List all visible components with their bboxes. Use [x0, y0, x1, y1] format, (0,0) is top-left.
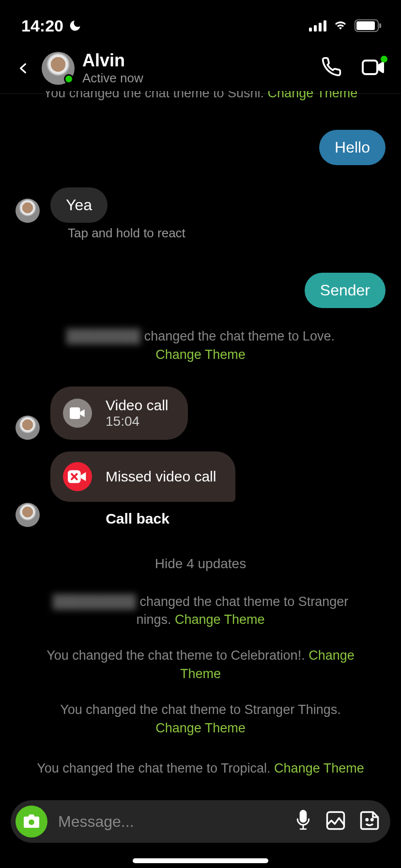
sender-avatar[interactable] — [15, 199, 40, 223]
svg-rect-2 — [319, 23, 322, 31]
hide-updates-button[interactable]: Hide 4 updates — [15, 556, 386, 572]
audio-call-button[interactable] — [321, 57, 342, 80]
camera-button[interactable] — [15, 806, 47, 837]
battery-icon — [355, 19, 382, 32]
back-button[interactable] — [13, 58, 34, 79]
message-bubble[interactable]: Hello — [319, 130, 386, 165]
system-message: You changed the chat theme to Sushi. Cha… — [15, 91, 386, 108]
chat-name: Alvin — [82, 50, 313, 71]
sender-avatar[interactable] — [15, 503, 40, 527]
video-call-card[interactable]: Video call 15:04 — [50, 387, 188, 440]
sent-message-row: Hello — [15, 130, 386, 165]
status-indicators — [309, 19, 382, 32]
call-duration: 15:04 — [106, 414, 169, 429]
svg-rect-11 — [300, 810, 306, 822]
call-back-row: Call back — [15, 498, 386, 527]
online-dot-icon — [64, 74, 74, 84]
image-icon — [325, 810, 346, 831]
reaction-hint: Tap and hold to react — [68, 226, 386, 241]
change-theme-link[interactable]: Change Theme — [274, 761, 364, 775]
system-message: ████████ changed the chat theme to Love.… — [15, 327, 386, 364]
system-message: █████████ changed the chat theme to Stra… — [15, 593, 386, 630]
sticker-button[interactable] — [359, 810, 380, 833]
message-composer — [11, 800, 390, 843]
missed-call-icon — [63, 462, 92, 491]
change-theme-link[interactable]: Change Theme — [155, 347, 246, 362]
call-row: Video call 15:04 — [15, 387, 386, 440]
chat-header: Alvin Active now — [0, 43, 401, 94]
system-message: You changed the chat theme to Stranger T… — [15, 701, 386, 738]
change-theme-link[interactable]: Change Theme — [175, 612, 265, 627]
message-bubble[interactable]: Yea — [50, 187, 108, 223]
status-bar: 14:20 — [0, 0, 401, 43]
system-message: You changed the chat theme to Tropical. … — [15, 755, 386, 783]
status-time: 14:20 — [21, 16, 82, 35]
system-text: You changed the chat theme to Tropical. — [37, 761, 274, 775]
svg-rect-1 — [314, 25, 317, 31]
gallery-button[interactable] — [325, 810, 346, 833]
svg-point-14 — [371, 819, 373, 821]
svg-rect-8 — [70, 407, 80, 419]
clock-text: 14:20 — [21, 16, 63, 35]
svg-rect-5 — [356, 21, 375, 30]
call-back-button[interactable]: Call back — [50, 511, 225, 527]
phone-icon — [321, 57, 342, 78]
svg-point-13 — [366, 819, 368, 821]
svg-rect-7 — [363, 61, 377, 74]
home-indicator[interactable] — [133, 858, 268, 863]
chat-status: Active now — [82, 71, 313, 86]
system-text: You changed the chat theme to Sushi. — [44, 91, 268, 100]
redacted-name: ████████ — [66, 327, 140, 346]
chat-scroll[interactable]: You changed the chat theme to Sushi. Cha… — [0, 91, 401, 822]
cellular-icon — [309, 20, 326, 31]
change-theme-link[interactable]: Change Theme — [155, 721, 246, 735]
svg-rect-6 — [379, 23, 381, 28]
missed-call-card[interactable]: Missed video call — [50, 451, 235, 502]
message-input[interactable] — [58, 813, 284, 831]
sender-avatar[interactable] — [15, 416, 40, 440]
video-call-icon — [63, 399, 92, 428]
change-theme-link[interactable]: Change Theme — [268, 91, 358, 100]
camera-icon — [23, 814, 40, 829]
moon-icon — [68, 19, 82, 32]
svg-rect-0 — [309, 28, 312, 31]
chat-avatar[interactable] — [42, 52, 75, 85]
video-call-button[interactable] — [361, 58, 386, 79]
message-bubble[interactable]: Sender — [305, 273, 386, 308]
chevron-left-icon — [17, 58, 30, 79]
svg-rect-3 — [324, 20, 326, 31]
wifi-icon — [332, 20, 349, 31]
system-text: You changed the chat theme to Stranger T… — [60, 702, 340, 717]
voice-button[interactable] — [294, 810, 312, 833]
redacted-name: █████████ — [53, 593, 136, 611]
system-message: You changed the chat theme to Celebratio… — [15, 647, 386, 683]
chat-title-block[interactable]: Alvin Active now — [82, 50, 313, 86]
svg-point-10 — [29, 820, 34, 825]
system-text: You changed the chat theme to Celebratio… — [46, 648, 308, 663]
missed-call-row: Missed video call — [15, 451, 386, 502]
call-title: Video call — [106, 397, 169, 414]
received-message-row: Yea — [15, 187, 386, 223]
online-dot-icon — [381, 56, 387, 62]
sent-message-row: Sender — [15, 273, 386, 308]
missed-call-title: Missed video call — [106, 468, 216, 485]
sticker-icon — [359, 810, 380, 831]
system-text: changed the chat theme to Love. — [144, 329, 335, 343]
microphone-icon — [294, 810, 312, 831]
